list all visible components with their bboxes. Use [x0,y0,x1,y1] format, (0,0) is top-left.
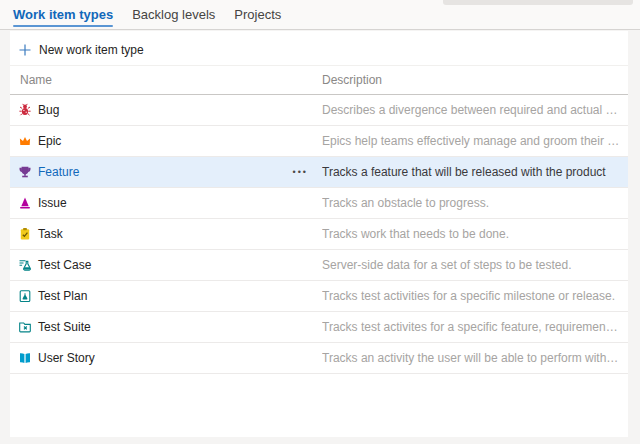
work-item-type-description: Tracks test activites for a specific fea… [322,320,628,334]
ellipsis-icon[interactable]: ••• [293,168,308,177]
work-item-type-name: Epic [38,134,61,148]
work-item-type-description: Epics help teams effectively manage and … [322,134,628,148]
scrollbar-thumb[interactable] [443,0,633,5]
work-item-type-name: Test Case [38,258,91,272]
work-item-type-description: Tracks test activities for a specific mi… [322,289,628,303]
table-row[interactable]: Issue Tracks an obstacle to progress. [10,188,628,219]
work-item-type-description: Tracks a feature that will be released w… [322,165,628,179]
work-item-type-description: Tracks work that needs to be done. [322,227,628,241]
issue-icon [18,196,32,210]
column-header-name: Name [10,73,322,87]
work-item-type-name: Issue [38,196,67,210]
work-item-type-name: Bug [38,103,59,117]
table-row[interactable]: User Story Tracks an activity the user w… [10,343,628,374]
test-case-icon [18,258,32,272]
work-item-type-name: Task [38,227,63,241]
work-item-type-description: Server-side data for a set of steps to b… [322,258,628,272]
plus-icon [18,43,32,57]
new-work-item-type-label: New work item type [39,43,144,57]
table-row[interactable]: Feature ••• Tracks a feature that will b… [10,157,628,188]
bug-icon [18,103,32,117]
tab-work-item-types[interactable]: Work item types [13,0,113,29]
feature-icon [18,165,32,179]
work-item-type-description: Describes a divergence between required … [322,103,628,117]
table-row[interactable]: Test Case Server-side data for a set of … [10,250,628,281]
work-item-type-name: Test Plan [38,289,87,303]
work-item-type-description: Tracks an activity the user will be able… [322,351,628,365]
table-header: Name Description [10,66,628,95]
test-suite-icon [18,320,32,334]
work-item-type-name: Feature [38,165,79,179]
table-row[interactable]: Test Suite Tracks test activites for a s… [10,312,628,343]
work-item-type-name: User Story [38,351,95,365]
tab-projects[interactable]: Projects [234,0,281,29]
table-row[interactable]: Task Tracks work that needs to be done. [10,219,628,250]
task-icon [18,227,32,241]
column-header-description: Description [322,73,628,87]
content-card: New work item type Name Description Bug … [10,31,628,437]
new-work-item-type-button[interactable]: New work item type [10,35,628,66]
user-story-icon [18,351,32,365]
test-plan-icon [18,289,32,303]
work-item-type-name: Test Suite [38,320,91,334]
table-row[interactable]: Test Plan Tracks test activities for a s… [10,281,628,312]
table-row[interactable]: Epic Epics help teams effectively manage… [10,126,628,157]
epic-icon [18,134,32,148]
table-row[interactable]: Bug Describes a divergence between requi… [10,95,628,126]
work-item-type-description: Tracks an obstacle to progress. [322,196,628,210]
tab-backlog-levels[interactable]: Backlog levels [132,0,215,29]
table-body: Bug Describes a divergence between requi… [10,95,628,374]
